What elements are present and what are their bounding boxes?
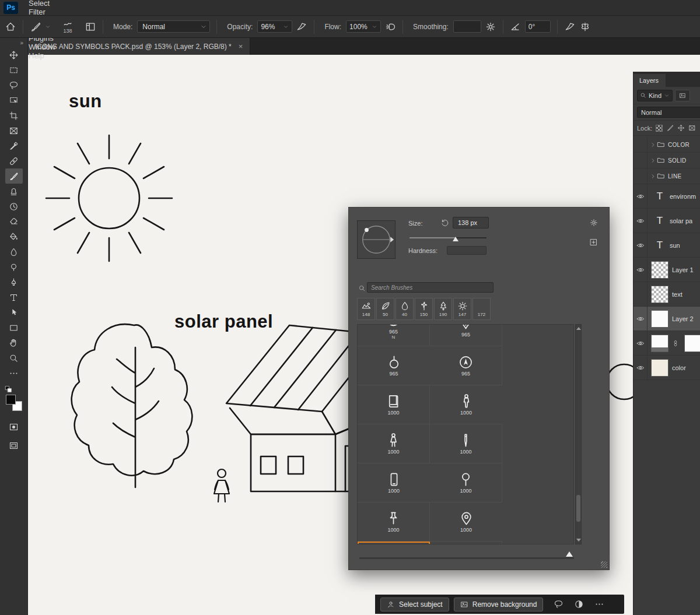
brush-map-pin[interactable]: 1000 xyxy=(430,502,502,542)
panel-resize-grip[interactable] xyxy=(601,561,607,568)
panel-gear-icon[interactable] xyxy=(589,218,598,227)
layer-row-text[interactable]: text xyxy=(634,282,700,307)
path-select-tool[interactable] xyxy=(5,305,23,320)
smoothing-gear-icon[interactable] xyxy=(485,21,496,33)
layer-row-solid[interactable]: SOLID xyxy=(634,153,700,168)
chevron-right-icon[interactable] xyxy=(650,157,656,164)
chevron-down-icon[interactable] xyxy=(283,24,289,30)
layer-row-unnamed[interactable] xyxy=(634,331,700,356)
recent-brush[interactable]: 50 xyxy=(376,298,394,320)
chevron-right-icon[interactable] xyxy=(650,173,656,180)
lock-pixels-icon[interactable] xyxy=(666,124,674,132)
brush-settings-panel-toggle-icon[interactable] xyxy=(85,21,96,33)
vertical-scrollbar[interactable] xyxy=(575,324,582,544)
visibility-toggle[interactable] xyxy=(634,209,648,233)
chevron-down-icon[interactable] xyxy=(372,24,377,30)
ellipsis-tool[interactable] xyxy=(5,366,23,381)
rectangle-tool[interactable] xyxy=(5,320,23,335)
filter-type-icon[interactable] xyxy=(675,90,690,101)
filter-kind-dropdown[interactable]: Kind xyxy=(637,90,673,101)
chevron-down-icon[interactable] xyxy=(45,24,51,30)
brush-tool-preset-icon[interactable] xyxy=(30,21,41,33)
scroll-down-icon[interactable] xyxy=(576,539,581,542)
foreground-color-swatch[interactable] xyxy=(6,395,16,405)
flow-field[interactable] xyxy=(346,20,381,33)
visibility-toggle[interactable] xyxy=(634,233,648,257)
lasso-select-icon[interactable] xyxy=(554,599,564,609)
lock-transparency-icon[interactable] xyxy=(656,125,663,132)
recent-brush[interactable]: 150 xyxy=(415,298,433,320)
brush-woman[interactable]: 1000 xyxy=(358,424,430,463)
menu-filter[interactable]: Filter xyxy=(23,8,61,16)
quick-mask-button[interactable] xyxy=(7,420,21,434)
lock-position-icon[interactable] xyxy=(677,124,685,132)
object-select-tool[interactable] xyxy=(5,93,23,108)
scroll-up-icon[interactable] xyxy=(576,327,581,330)
recent-brush[interactable]: 190 xyxy=(434,298,452,320)
color-swatches[interactable] xyxy=(5,394,23,412)
brush-earth-sprout[interactable]: 1000 xyxy=(430,542,502,544)
chevron-right-icon[interactable] xyxy=(650,142,656,148)
brush-pin-round[interactable]: 1000 xyxy=(430,463,502,502)
visibility-toggle[interactable] xyxy=(634,168,648,184)
brush-size-slider[interactable] xyxy=(410,237,487,238)
screen-mode-button[interactable] xyxy=(7,438,21,452)
tab-layers[interactable]: Layers xyxy=(634,74,666,87)
visibility-toggle[interactable] xyxy=(634,137,648,152)
marquee-tool[interactable] xyxy=(5,62,23,78)
clone-tool[interactable] xyxy=(5,184,23,199)
menu-select[interactable]: Select xyxy=(23,0,61,8)
hardness-slider[interactable] xyxy=(447,246,487,255)
move-tool[interactable] xyxy=(5,47,23,62)
layer-row-color[interactable]: COLOR xyxy=(634,137,700,153)
brush-compass[interactable]: 965 xyxy=(430,346,502,385)
visibility-toggle[interactable] xyxy=(634,356,648,379)
pen-tool[interactable] xyxy=(5,275,23,290)
brush-preset-picker[interactable]: 138 xyxy=(55,20,80,34)
scrollbar-thumb[interactable] xyxy=(576,495,580,522)
visibility-toggle[interactable] xyxy=(634,307,648,331)
home-icon[interactable] xyxy=(5,21,16,33)
visibility-toggle[interactable] xyxy=(634,258,648,282)
type-tool[interactable] xyxy=(5,290,23,305)
eyedropper-tool[interactable] xyxy=(5,138,23,153)
remove-background-button[interactable]: Remove background xyxy=(454,598,544,612)
flow-input[interactable] xyxy=(349,23,369,31)
lasso-tool[interactable] xyxy=(5,78,23,93)
recent-brush[interactable]: 148 xyxy=(357,298,375,320)
fill-tool[interactable] xyxy=(5,229,23,244)
hand-tool[interactable] xyxy=(5,335,23,350)
blend-mode-dropdown[interactable]: Normal xyxy=(137,20,210,33)
layer-row-line[interactable]: LINE xyxy=(634,168,700,184)
zoom-tool[interactable] xyxy=(5,350,23,366)
visibility-toggle[interactable] xyxy=(634,184,648,208)
layer-row-sun[interactable]: Tsun xyxy=(634,233,700,258)
recent-brush[interactable]: 172 xyxy=(473,298,491,320)
size-slider-thumb[interactable] xyxy=(453,237,459,241)
tab-close-icon[interactable]: × xyxy=(239,42,243,51)
document-tab[interactable]: ICONS AND SYMBOLS PACK.psd @ 153% (Layer… xyxy=(28,38,250,55)
visibility-toggle[interactable] xyxy=(634,153,648,168)
pressure-size-icon[interactable] xyxy=(564,21,576,33)
layer-row-environm[interactable]: Tenvironm xyxy=(634,184,700,209)
brush-pen-nail[interactable]: 1000 xyxy=(430,424,502,463)
select-subject-button[interactable]: Select subject xyxy=(380,598,449,612)
brush-plane[interactable]: 2180 xyxy=(358,542,430,544)
brush-wings[interactable]: 965 xyxy=(430,324,502,346)
smoothing-input[interactable] xyxy=(457,23,477,31)
layer-row-solar-pa[interactable]: Tsolar pa xyxy=(634,209,700,233)
default-swatches-icon[interactable] xyxy=(5,385,12,393)
layer-row-layer-1[interactable]: Layer 1 xyxy=(634,258,700,282)
layer-row-layer-2[interactable]: Layer 2 xyxy=(634,307,700,331)
reset-size-icon[interactable] xyxy=(440,219,449,227)
layer-blend-mode-dropdown[interactable]: Normal xyxy=(637,107,700,118)
menu-window[interactable]: Window xyxy=(23,43,61,51)
brush-angle-preview[interactable] xyxy=(357,220,396,259)
blur-tool[interactable] xyxy=(5,244,23,259)
lock-all-icon[interactable] xyxy=(688,124,696,132)
brush-search-input[interactable] xyxy=(367,282,494,293)
eraser-tool[interactable] xyxy=(5,214,23,229)
visibility-toggle[interactable] xyxy=(634,282,648,306)
brush-angle-field[interactable] xyxy=(525,20,551,33)
crop-tool[interactable] xyxy=(5,108,23,123)
